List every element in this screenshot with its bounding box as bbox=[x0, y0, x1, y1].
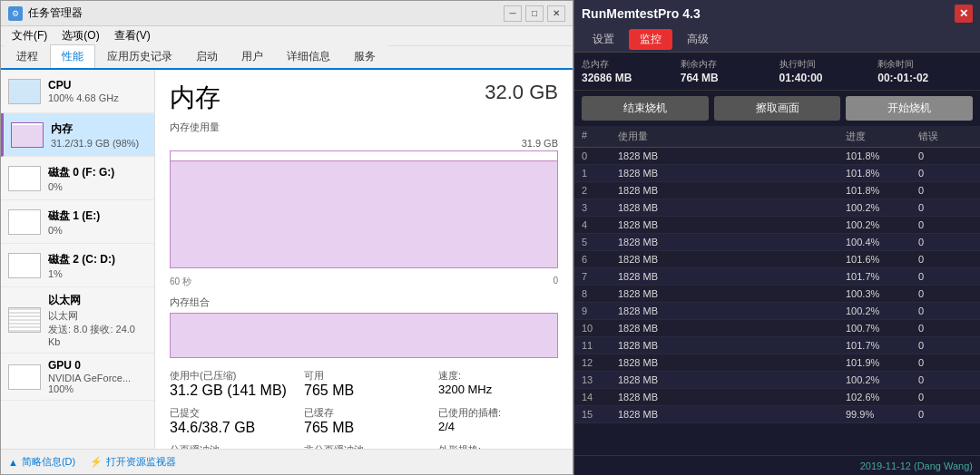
table-row: 0 1828 MB 101.8% 0 bbox=[574, 148, 980, 165]
row-usage: 1828 MB bbox=[618, 150, 846, 161]
monitor-icon: ⚡ bbox=[90, 456, 103, 468]
disk0-detail: 0% bbox=[48, 181, 147, 192]
disk1-thumbnail bbox=[8, 209, 41, 235]
tab-details[interactable]: 详细信息 bbox=[275, 44, 342, 68]
chart-time-start: 60 秒 bbox=[170, 276, 191, 288]
tm-menu-options[interactable]: 选项(O) bbox=[54, 26, 106, 45]
row-num: 2 bbox=[582, 185, 618, 196]
tab-startup[interactable]: 启动 bbox=[184, 44, 230, 68]
chevron-down-icon: ▲ bbox=[8, 457, 18, 468]
tm-titlebar: ⚙ 任务管理器 ─ □ ✕ bbox=[1, 1, 573, 26]
row-num: 14 bbox=[582, 392, 618, 402]
row-progress: 101.7% bbox=[846, 340, 918, 351]
mt-close-button[interactable]: ✕ bbox=[955, 5, 973, 23]
sidebar-item-disk0[interactable]: 磁盘 0 (F: G:) 0% bbox=[1, 157, 154, 200]
sidebar-item-network[interactable]: 以太网 以太网 发送: 8.0 接收: 24.0 Kb bbox=[1, 287, 154, 354]
mt-tab-settings[interactable]: 设置 bbox=[582, 29, 625, 50]
table-row: 1 1828 MB 101.8% 0 bbox=[574, 165, 980, 182]
gpu-info: GPU 0 NVIDIA GeForce... 100% bbox=[48, 359, 147, 394]
row-progress: 100.2% bbox=[846, 305, 918, 316]
stat-speed: 速度: 3200 MHz bbox=[438, 369, 558, 399]
row-progress: 99.9% bbox=[846, 409, 918, 420]
table-row: 3 1828 MB 100.2% 0 bbox=[574, 199, 980, 217]
disk0-name: 磁盘 0 (F: G:) bbox=[48, 165, 147, 180]
mt-stats-row: 总内存 32686 MB 剩余内存 764 MB 执行时间 01:40:00 剩… bbox=[574, 53, 980, 91]
tm-title: 任务管理器 bbox=[28, 5, 504, 21]
tm-menubar: 文件(F) 选项(O) 查看(V) bbox=[1, 26, 573, 46]
row-num: 7 bbox=[582, 271, 618, 282]
row-progress: 101.9% bbox=[846, 357, 918, 368]
memory-thumbnail bbox=[11, 122, 44, 148]
gpu-thumbnail bbox=[8, 364, 41, 390]
stat-committed-value: 34.6/38.7 GB bbox=[170, 420, 289, 436]
row-usage: 1828 MB bbox=[618, 168, 846, 179]
row-progress: 101.8% bbox=[846, 185, 918, 196]
row-num: 10 bbox=[582, 323, 618, 334]
row-progress: 102.6% bbox=[846, 392, 918, 402]
chart-max-label: 31.9 GB bbox=[170, 138, 558, 149]
memory-usage-chart bbox=[170, 150, 558, 268]
sidebar-item-memory[interactable]: 内存 31.2/31.9 GB (98%) bbox=[1, 113, 154, 157]
mt-tab-monitor[interactable]: 监控 bbox=[629, 29, 672, 50]
tab-app-history[interactable]: 应用历史记录 bbox=[95, 44, 184, 68]
row-progress: 101.7% bbox=[846, 271, 918, 282]
row-usage: 1828 MB bbox=[618, 305, 846, 316]
network-thumbnail bbox=[8, 307, 41, 333]
row-usage: 1828 MB bbox=[618, 254, 846, 265]
row-num: 3 bbox=[582, 202, 618, 213]
tm-menu-file[interactable]: 文件(F) bbox=[5, 26, 54, 45]
total-gb: 32.0 GB bbox=[485, 81, 558, 104]
mt-tab-advanced[interactable]: 高级 bbox=[676, 29, 720, 50]
mt-col-usage: 使用量 bbox=[618, 130, 846, 143]
mt-remain-mem-value: 764 MB bbox=[681, 72, 776, 84]
stat-slots-value: 2/4 bbox=[438, 420, 558, 433]
table-row: 6 1828 MB 101.6% 0 bbox=[574, 251, 980, 268]
tab-services[interactable]: 服务 bbox=[342, 44, 387, 68]
row-progress: 100.2% bbox=[846, 202, 918, 213]
row-usage: 1828 MB bbox=[618, 271, 846, 282]
table-row: 5 1828 MB 100.4% 0 bbox=[574, 234, 980, 251]
tm-maximize-button[interactable]: □ bbox=[525, 5, 544, 22]
tm-minimize-button[interactable]: ─ bbox=[504, 5, 522, 22]
tm-close-button[interactable]: ✕ bbox=[547, 5, 565, 22]
mt-remain-time: 剩余时间 00:-01:-02 bbox=[877, 58, 973, 84]
disk1-name: 磁盘 1 (E:) bbox=[48, 208, 147, 224]
tm-menu-view[interactable]: 查看(V) bbox=[107, 26, 158, 45]
sidebar-item-cpu[interactable]: CPU 100% 4.68 GHz bbox=[1, 70, 154, 113]
row-usage: 1828 MB bbox=[618, 219, 846, 230]
row-num: 0 bbox=[582, 150, 618, 161]
stat-slots-label: 已使用的插槽: bbox=[438, 406, 558, 420]
row-num: 4 bbox=[582, 219, 618, 230]
table-row: 7 1828 MB 101.7% 0 bbox=[574, 268, 980, 286]
mt-end-button[interactable]: 结束烧机 bbox=[582, 96, 709, 121]
mt-col-num: # bbox=[582, 130, 618, 143]
disk1-detail: 0% bbox=[48, 225, 147, 236]
row-errors: 0 bbox=[918, 357, 973, 368]
row-progress: 101.6% bbox=[846, 254, 918, 265]
summary-info-link[interactable]: ▲ 简略信息(D) bbox=[8, 455, 75, 469]
resource-monitor-link[interactable]: ⚡ 打开资源监视器 bbox=[90, 455, 176, 469]
tab-users[interactable]: 用户 bbox=[230, 44, 275, 68]
mt-col-errors: 错误 bbox=[918, 130, 973, 143]
disk0-info: 磁盘 0 (F: G:) 0% bbox=[48, 165, 147, 192]
disk1-info: 磁盘 1 (E:) 0% bbox=[48, 208, 147, 236]
mt-exec-time: 执行时间 01:40:00 bbox=[779, 58, 875, 84]
row-errors: 0 bbox=[918, 323, 973, 334]
stat-used: 使用中(已压缩) 31.2 GB (141 MB) bbox=[170, 369, 289, 399]
mt-table-header: # 使用量 进度 错误 bbox=[574, 126, 980, 148]
row-num: 9 bbox=[582, 305, 618, 316]
row-progress: 101.8% bbox=[846, 168, 918, 179]
memory-stats-grid: 使用中(已压缩) 31.2 GB (141 MB) 可用 765 MB 速度: … bbox=[170, 369, 558, 449]
sidebar-item-gpu[interactable]: GPU 0 NVIDIA GeForce... 100% bbox=[1, 354, 154, 401]
sidebar-item-disk1[interactable]: 磁盘 1 (E:) 0% bbox=[1, 200, 154, 244]
sidebar-item-disk2[interactable]: 磁盘 2 (C: D:) 1% bbox=[1, 244, 154, 287]
tab-performance[interactable]: 性能 bbox=[50, 44, 95, 68]
mt-start-button[interactable]: 开始烧机 bbox=[846, 96, 973, 121]
network-name: 以太网 bbox=[48, 293, 147, 308]
row-num: 15 bbox=[582, 409, 618, 420]
tab-processes[interactable]: 进程 bbox=[5, 44, 50, 68]
tm-body: CPU 100% 4.68 GHz 内存 31.2/31.9 GB (98%) … bbox=[1, 70, 573, 449]
mt-action-buttons: 结束烧机 擦取画面 开始烧机 bbox=[574, 91, 980, 126]
memory-name: 内存 bbox=[51, 121, 147, 137]
mt-capture-button[interactable]: 擦取画面 bbox=[714, 96, 841, 121]
